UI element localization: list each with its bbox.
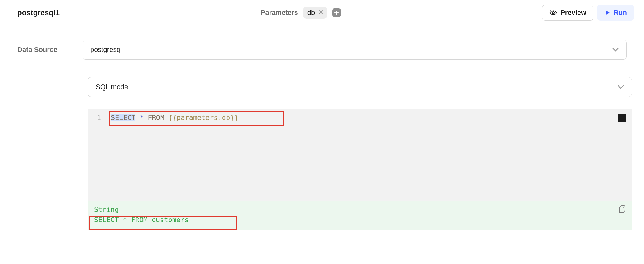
chevron-down-icon bbox=[617, 83, 624, 91]
parameter-chip-label: db bbox=[307, 9, 315, 17]
mode-select[interactable]: SQL mode bbox=[88, 77, 632, 97]
result-panel: String SELECT * FROM customers bbox=[88, 201, 632, 230]
svg-rect-2 bbox=[619, 207, 624, 213]
query-title[interactable]: postgresql1 bbox=[17, 8, 60, 17]
expand-button[interactable] bbox=[618, 114, 626, 122]
code-line-1[interactable]: SELECT * FROM {{parameters.db}} bbox=[111, 114, 626, 121]
token-from: FROM bbox=[148, 114, 164, 121]
parameter-chip-db[interactable]: db bbox=[303, 7, 327, 19]
data-source-row: Data Source postgresql bbox=[17, 40, 627, 60]
copy-button[interactable] bbox=[619, 205, 626, 215]
result-value: SELECT * FROM customers bbox=[94, 216, 626, 224]
line-number: 1 bbox=[88, 114, 105, 121]
sql-editor[interactable]: 1 SELECT * FROM {{parameters.db}} bbox=[88, 109, 632, 201]
parameters-label: Parameters bbox=[261, 9, 298, 17]
content-column: SQL mode 1 SELECT * FROM {{parameters.db… bbox=[88, 77, 632, 230]
token-star: * bbox=[140, 114, 144, 121]
mode-value: SQL mode bbox=[96, 83, 128, 91]
add-parameter-button[interactable] bbox=[332, 8, 341, 17]
run-button-label: Run bbox=[614, 9, 627, 17]
header-actions: Preview Run bbox=[542, 5, 634, 21]
token-template: {{parameters.db}} bbox=[168, 114, 238, 121]
token-select: SELECT bbox=[111, 114, 135, 121]
preview-button[interactable]: Preview bbox=[542, 5, 593, 21]
data-source-label: Data Source bbox=[17, 46, 70, 54]
chevron-down-icon bbox=[612, 46, 619, 54]
body: Data Source postgresql SQL mode 1 SELECT… bbox=[0, 25, 644, 230]
header-bar: postgresql1 Parameters db Preview bbox=[0, 0, 644, 25]
data-source-value: postgresql bbox=[90, 46, 122, 54]
data-source-select[interactable]: postgresql bbox=[83, 40, 627, 60]
eye-icon bbox=[549, 10, 557, 16]
parameters-section: Parameters db bbox=[60, 7, 542, 19]
svg-point-0 bbox=[552, 11, 554, 13]
run-button[interactable]: Run bbox=[597, 5, 634, 21]
preview-button-label: Preview bbox=[560, 9, 586, 17]
close-icon[interactable] bbox=[319, 9, 323, 16]
play-icon bbox=[604, 10, 610, 16]
result-type-label: String bbox=[94, 206, 626, 213]
